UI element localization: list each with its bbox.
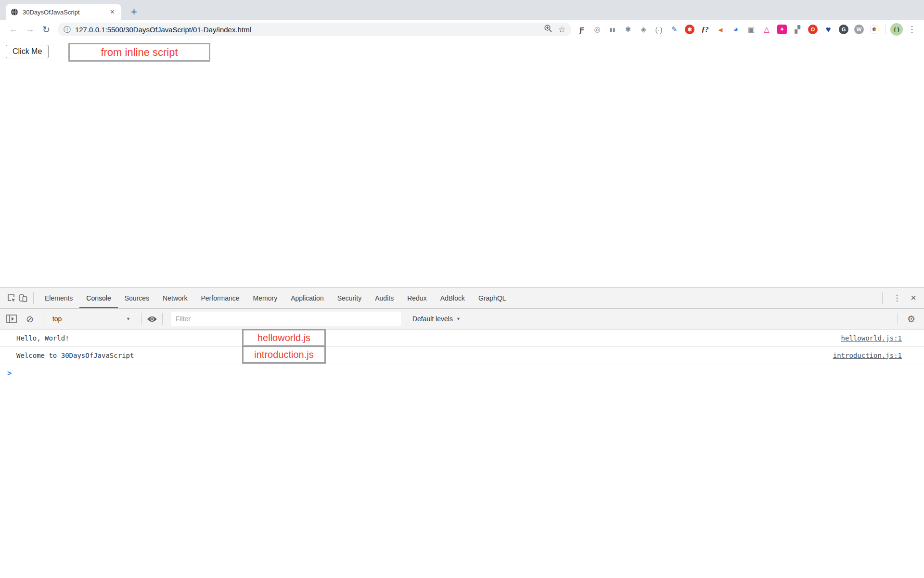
devtools-tab-performance[interactable]: Performance [194, 288, 246, 308]
console-prompt-chevron-icon: > [7, 369, 12, 378]
lighthouse-icon[interactable]: ƒ? [699, 23, 711, 36]
devtools-tab-application[interactable]: Application [284, 288, 331, 308]
devtools-tab-memory[interactable]: Memory [246, 288, 284, 308]
devtools-separator [882, 292, 883, 304]
console-settings-gear-icon[interactable]: ⚙ [907, 314, 915, 325]
console-message-text: Welcome to 30DaysOfJavaScript [16, 352, 134, 359]
source-link[interactable]: helloworld.js:1 [841, 334, 902, 342]
onetab-icon[interactable]: ◕ [730, 23, 742, 36]
toolbar-separator [43, 313, 43, 325]
tab-close-icon[interactable]: × [108, 8, 116, 16]
url-actions: ☆ [544, 24, 565, 35]
tab-strip: 30DaysOfJavaScript × + [0, 0, 924, 20]
blocks-icon[interactable]: ▞ [791, 23, 804, 36]
url-bar[interactable]: ⓘ 127.0.0.1:5500/30DaysOfJavaScript/01-D… [58, 23, 571, 36]
devtools-tab-bar-right: ⋮ × [878, 292, 924, 304]
devtools-separator [33, 292, 34, 304]
console-sidebar-toggle-icon[interactable] [6, 315, 17, 323]
devtools-tab-elements[interactable]: Elements [38, 288, 79, 308]
filter-input[interactable] [171, 312, 401, 326]
react-devtools-icon[interactable]: ◈ [637, 23, 650, 36]
devtools-tab-network[interactable]: Network [156, 288, 194, 308]
devtools-close-icon[interactable]: × [907, 292, 924, 303]
forward-icon[interactable]: → [26, 24, 35, 35]
heart-search-icon[interactable]: ♥ [822, 23, 834, 36]
bug-icon[interactable]: ✱ [622, 23, 634, 36]
inline-script-annotation: from inline script [68, 43, 210, 62]
profile-avatar[interactable]: { } [890, 23, 903, 36]
device-toolbar-icon[interactable] [17, 293, 29, 303]
console-message-row: Hello, World! helloworld.js helloworld.j… [0, 329, 924, 347]
navbar-separator [885, 25, 886, 34]
w-circle-icon[interactable]: W [853, 23, 865, 36]
clear-console-icon[interactable]: ⊘ [26, 314, 34, 325]
eyedropper-icon[interactable]: ✎ [668, 23, 680, 36]
megaphone-icon[interactable]: ◄ [714, 23, 727, 36]
source-link[interactable]: introduction.js:1 [833, 352, 902, 359]
reload-icon[interactable]: ↻ [42, 24, 50, 35]
script-annotation-box: helloworld.js [242, 329, 326, 347]
site-favicon-globe-icon [11, 8, 18, 16]
red-o-icon[interactable]: O [807, 23, 819, 36]
bookmark-star-icon[interactable]: ☆ [558, 25, 565, 35]
script-annotation-box: introduction.js [242, 346, 326, 364]
star-box-icon[interactable]: ✦ [776, 23, 788, 36]
devtools-menu-icon[interactable]: ⋮ [887, 293, 907, 303]
browser-tab[interactable]: 30DaysOfJavaScript × [6, 4, 121, 20]
color-ring-icon[interactable] [868, 23, 881, 36]
brackets-icon[interactable]: (·) [653, 23, 665, 36]
toolbar-separator [141, 313, 142, 325]
zoom-magnifier-icon[interactable] [544, 24, 552, 35]
fonts-ninja-icon[interactable]: Ƒ [576, 23, 588, 36]
navigation-bar: ← → ↻ ⓘ 127.0.0.1:5500/30DaysOfJavaScrip… [0, 20, 924, 39]
devtools-tab-audits[interactable]: Audits [368, 288, 400, 308]
g-circle-icon[interactable]: G [837, 23, 850, 36]
triangle-icon[interactable]: △ [760, 23, 773, 36]
devtools-tab-security[interactable]: Security [331, 288, 369, 308]
browser-menu-icon[interactable]: ⋮ [908, 24, 916, 35]
page-content: Click Me from inline script [0, 39, 924, 287]
log-levels-value: Default levels [412, 315, 453, 323]
tab-title: 30DaysOfJavaScript [23, 9, 108, 16]
click-me-button[interactable]: Click Me [6, 45, 49, 58]
new-tab-button[interactable]: + [128, 6, 140, 18]
live-expression-eye-icon[interactable] [146, 315, 158, 323]
devtools-tab-bar: Elements Console Sources Network Perform… [0, 288, 924, 309]
context-selector[interactable]: top ▼ [52, 315, 135, 323]
devtools-tab-redux[interactable]: Redux [400, 288, 433, 308]
camera-icon[interactable]: ▣ [745, 23, 757, 36]
console-log-area: Hello, World! helloworld.js helloworld.j… [0, 329, 924, 382]
browser-window: 30DaysOfJavaScript × + ← → ↻ ⓘ 127.0.0.1… [0, 0, 924, 287]
toolbar-separator [162, 313, 163, 325]
target-icon[interactable]: ◎ [591, 23, 603, 36]
context-selector-value: top [52, 315, 62, 323]
toolbar-separator [898, 313, 898, 325]
devtools-tab-console[interactable]: Console [79, 288, 117, 308]
devtools-tab-graphql[interactable]: GraphQL [472, 288, 513, 308]
console-prompt[interactable]: > [0, 364, 924, 382]
console-toolbar: ⊘ top ▼ Default levels ▼ ⚙ [0, 309, 924, 329]
extension-icons: Ƒ ◎ ▮▮ ✱ ◈ (·) ✎ ✱ ƒ? ◄ ◕ ▣ △ ✦ ▞ O ♥ G … [574, 23, 882, 36]
devtools-panel: Elements Console Sources Network Perform… [0, 287, 924, 578]
stop-hand-icon[interactable]: ✱ [683, 23, 696, 36]
back-icon[interactable]: ← [9, 24, 18, 35]
panels-icon[interactable]: ▮▮ [606, 23, 619, 36]
console-message-row: Welcome to 30DaysOfJavaScript introducti… [0, 347, 924, 364]
log-levels-dropdown[interactable]: Default levels ▼ [412, 315, 461, 323]
devtools-tab-sources[interactable]: Sources [118, 288, 156, 308]
url-text[interactable]: 127.0.0.1:5500/30DaysOfJavaScript/01-Day… [75, 26, 540, 34]
inspect-element-icon[interactable] [6, 293, 17, 303]
console-message-text: Hello, World! [16, 334, 69, 342]
chevron-down-icon: ▼ [456, 316, 461, 321]
chevron-down-icon: ▼ [126, 316, 130, 321]
page-info-icon[interactable]: ⓘ [64, 25, 71, 34]
devtools-tab-adblock[interactable]: AdBlock [434, 288, 472, 308]
